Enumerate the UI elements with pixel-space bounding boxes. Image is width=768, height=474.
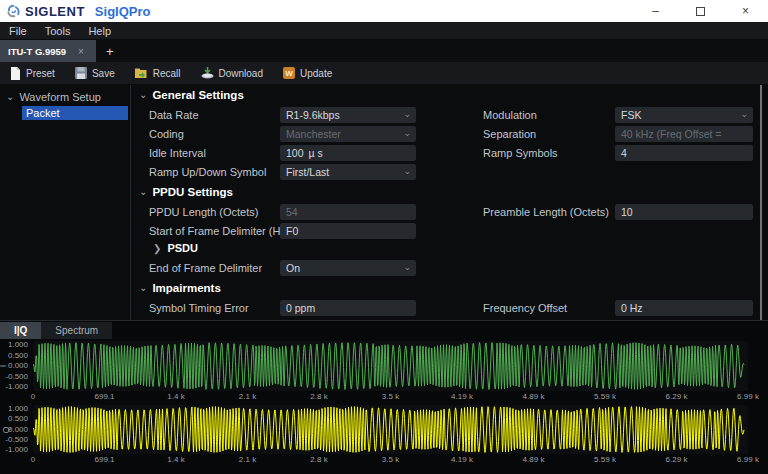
idle-interval-input[interactable]: 100µ s bbox=[280, 145, 416, 161]
preamble-length-input[interactable]: 10 bbox=[615, 204, 753, 220]
q-y-axis: 1.0000.5000.000-0.500-1.000 bbox=[0, 405, 30, 454]
minimize-button[interactable]: – bbox=[633, 0, 678, 22]
x-tick-label: 699.1 bbox=[94, 392, 114, 401]
app-name: SigIQPro bbox=[95, 4, 151, 19]
toolbar: Preset Save Recall Download bbox=[0, 62, 768, 85]
menu-bar: File Tools Help bbox=[0, 22, 768, 40]
save-label: Save bbox=[92, 68, 115, 79]
document-tab-bar: ITU-T G.9959 × + bbox=[0, 40, 768, 62]
x-tick-label: 2.1 k bbox=[239, 392, 256, 401]
modulation-value: FSK bbox=[621, 109, 641, 121]
idle-interval-unit: µ s bbox=[309, 147, 323, 159]
download-icon bbox=[201, 67, 214, 79]
frequency-offset-value: 0 Hz bbox=[621, 302, 643, 314]
section-title: PPDU Settings bbox=[152, 186, 233, 198]
q-waveform-plot: Q 1.0000.5000.000-0.500-1.000 bbox=[0, 405, 768, 454]
ramp-updown-value: First/Last bbox=[286, 166, 329, 178]
new-document-icon bbox=[10, 67, 21, 80]
section-title: General Settings bbox=[152, 89, 243, 101]
maximize-button[interactable] bbox=[678, 0, 723, 22]
modulation-select[interactable]: FSK ⌄ bbox=[615, 107, 753, 123]
chevron-down-icon: ⌄ bbox=[403, 260, 411, 275]
psdu-label: PSDU bbox=[167, 242, 198, 254]
section-general-settings[interactable]: ⌄ General Settings bbox=[139, 89, 244, 101]
maximize-icon bbox=[696, 7, 705, 16]
preset-button[interactable]: Preset bbox=[0, 62, 65, 85]
tab-itu-t-g9959[interactable]: ITU-T G.9959 × bbox=[0, 40, 96, 62]
close-button[interactable]: × bbox=[723, 0, 768, 22]
x-tick-label: 699.1 bbox=[94, 455, 114, 464]
download-button[interactable]: Download bbox=[191, 62, 273, 85]
folder-open-icon bbox=[135, 67, 148, 79]
update-label: Update bbox=[300, 68, 332, 79]
y-tick-label: 0.500 bbox=[8, 415, 28, 423]
chevron-right-icon: ❯ bbox=[153, 243, 161, 254]
menu-file[interactable]: File bbox=[0, 22, 36, 40]
ppdu-length-value: 54 bbox=[286, 206, 298, 218]
y-tick-label: 0.500 bbox=[8, 352, 28, 360]
coding-select: Manchester ⌄ bbox=[280, 126, 416, 142]
ramp-updown-select[interactable]: First/Last ⌄ bbox=[280, 164, 416, 180]
psdu-expander[interactable]: ❯ PSDU bbox=[153, 242, 198, 254]
section-impairments[interactable]: ⌄ Impairments bbox=[139, 282, 221, 294]
x-tick-label: 2.8 k bbox=[310, 392, 327, 401]
x-tick-label: 2.8 k bbox=[310, 455, 327, 464]
chevron-down-icon: ⌄ bbox=[6, 93, 14, 101]
y-tick-label: 0.000 bbox=[8, 362, 28, 370]
ramp-symbols-label: Ramp Symbols bbox=[483, 145, 558, 161]
update-button[interactable]: W Update bbox=[273, 62, 342, 85]
data-rate-select[interactable]: R1-9.6kbps ⌄ bbox=[280, 107, 416, 123]
tab-spectrum[interactable]: Spectrum bbox=[41, 322, 112, 339]
symbol-timing-error-label: Symbol Timing Error bbox=[149, 300, 249, 316]
section-ppdu-settings[interactable]: ⌄ PPDU Settings bbox=[139, 186, 233, 198]
y-tick-label: -1.000 bbox=[5, 383, 28, 391]
x-tick-label: 3.5 k bbox=[382, 392, 399, 401]
menu-help[interactable]: Help bbox=[79, 22, 120, 40]
ramp-symbols-input[interactable]: 4 bbox=[615, 145, 753, 161]
sfd-value: F0 bbox=[286, 225, 298, 237]
new-tab-button[interactable]: + bbox=[96, 40, 124, 62]
preamble-length-label: Preamble Length (Octets) bbox=[483, 204, 609, 220]
data-rate-value: R1-9.6kbps bbox=[286, 109, 340, 121]
chevron-down-icon: ⌄ bbox=[403, 126, 411, 141]
y-tick-label: 1.000 bbox=[8, 405, 28, 413]
recall-button[interactable]: Recall bbox=[125, 62, 191, 85]
eofd-value: On bbox=[286, 262, 300, 274]
symbol-timing-error-input[interactable]: 0 ppm bbox=[280, 300, 416, 316]
ppdu-length-label: PPDU Length (Octets) bbox=[149, 204, 258, 220]
tree-root-label: Waveform Setup bbox=[19, 91, 101, 103]
waveform-setup-tree: ⌄ Waveform Setup Packet bbox=[0, 85, 130, 320]
i-x-axis: 0699.11.4 k2.1 k2.8 k3.5 k4.19 k4.89 k5.… bbox=[33, 392, 748, 401]
sfd-input[interactable]: F0 bbox=[280, 223, 416, 239]
tree-node-packet[interactable]: Packet bbox=[22, 106, 128, 120]
eofd-select[interactable]: On ⌄ bbox=[280, 260, 416, 276]
i-y-axis: 1.0000.5000.000-0.500-1.000 bbox=[0, 341, 30, 391]
x-tick-label: 6.99 k bbox=[737, 455, 759, 464]
tab-label: ITU-T G.9959 bbox=[8, 46, 66, 57]
save-button[interactable]: Save bbox=[65, 62, 125, 85]
x-tick-label: 0 bbox=[31, 392, 35, 401]
coding-value: Manchester bbox=[286, 128, 341, 140]
x-tick-label: 6.29 k bbox=[666, 455, 688, 464]
ppdu-length-field: 54 bbox=[280, 204, 416, 220]
siglent-logo: SIGLENT bbox=[6, 4, 85, 19]
wave-view: I|Q Spectrum I 1.0000.5000.000-0.500-1.0… bbox=[0, 321, 768, 474]
chevron-down-icon: ⌄ bbox=[139, 91, 147, 99]
close-tab-icon[interactable]: × bbox=[78, 46, 84, 57]
x-tick-label: 6.99 k bbox=[737, 392, 759, 401]
menu-tools[interactable]: Tools bbox=[36, 22, 80, 40]
ramp-symbols-value: 4 bbox=[621, 147, 627, 159]
x-tick-label: 3.5 k bbox=[382, 455, 399, 464]
chevron-down-icon: ⌄ bbox=[403, 164, 411, 179]
x-tick-label: 4.89 k bbox=[523, 455, 545, 464]
data-rate-label: Data Rate bbox=[149, 107, 199, 123]
y-tick-label: -1.000 bbox=[5, 446, 28, 454]
tree-node-waveform-setup[interactable]: ⌄ Waveform Setup bbox=[0, 85, 130, 103]
update-w-icon: W bbox=[283, 67, 295, 79]
title-bar: SIGLENT SigIQPro – × bbox=[0, 0, 768, 22]
tab-iq[interactable]: I|Q bbox=[0, 322, 41, 339]
idle-interval-label: Idle Interval bbox=[149, 145, 206, 161]
ramp-updown-label: Ramp Up/Down Symbol bbox=[149, 164, 266, 180]
frequency-offset-input[interactable]: 0 Hz bbox=[615, 300, 753, 316]
x-tick-label: 1.4 k bbox=[167, 392, 184, 401]
